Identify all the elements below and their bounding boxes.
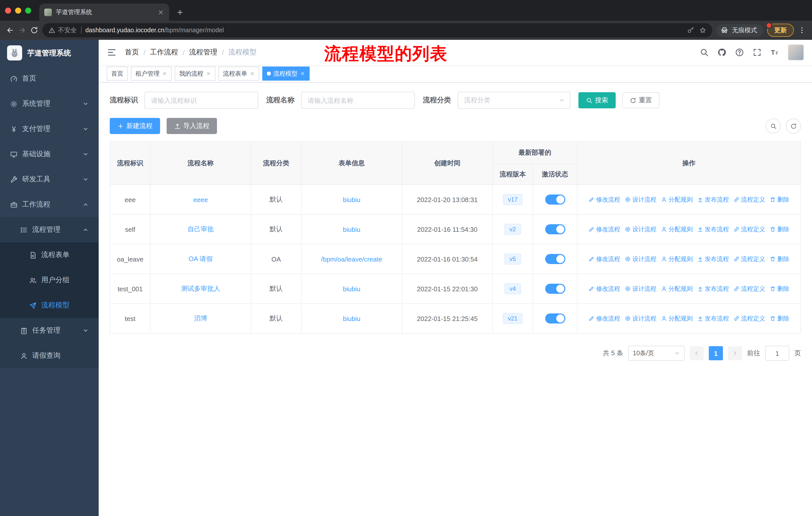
form-info-link[interactable]: /bpm/oa/leave/create (321, 255, 382, 263)
search-button[interactable]: 搜索 (578, 92, 616, 108)
action-delete[interactable]: 删除 (770, 225, 789, 234)
action-design[interactable]: 设计流程 (625, 195, 657, 204)
action-definition[interactable]: 流程定义 (733, 225, 765, 234)
reload-button[interactable] (30, 26, 38, 34)
action-publish[interactable]: 发布流程 (697, 284, 729, 293)
action-design[interactable]: 设计流程 (625, 225, 657, 234)
back-button[interactable] (6, 26, 14, 34)
forward-button[interactable] (18, 26, 26, 34)
action-publish[interactable]: 发布流程 (697, 255, 729, 263)
sidebar-item-user-group[interactable]: 用户分组 (0, 268, 99, 293)
hamburger-icon[interactable] (107, 47, 117, 57)
action-design[interactable]: 设计流程 (625, 284, 657, 293)
action-edit[interactable]: 修改流程 (588, 225, 620, 234)
process-name-link[interactable]: 滔博 (194, 315, 207, 322)
address-bar[interactable]: 不安全 dashboard.yudao.iocoder.cn/bpm/manag… (42, 23, 712, 37)
action-assign[interactable]: 分配规则 (661, 284, 693, 293)
fullscreen-icon[interactable] (753, 48, 762, 57)
action-definition[interactable]: 流程定义 (733, 255, 765, 263)
active-toggle[interactable] (545, 254, 565, 264)
sidebar-item-process-mgmt[interactable]: 流程管理 (0, 217, 99, 242)
bookmark-star-icon[interactable] (699, 27, 706, 34)
browser-menu-button[interactable] (798, 26, 806, 34)
close-icon[interactable] (250, 71, 255, 76)
tag-home[interactable]: 首页 (107, 66, 128, 81)
goto-page-input[interactable] (765, 346, 789, 361)
form-info-link[interactable]: biubiu (343, 196, 360, 203)
process-name-link[interactable]: OA 请假 (188, 255, 212, 263)
sidebar-item-system[interactable]: 系统管理 (0, 91, 99, 116)
sidebar-item-payment[interactable]: 支付管理 (0, 116, 99, 142)
action-delete[interactable]: 删除 (770, 255, 789, 263)
action-edit[interactable]: 修改流程 (588, 255, 620, 263)
action-delete[interactable]: 删除 (770, 284, 789, 293)
tag-tenant[interactable]: 租户管理 (131, 66, 172, 81)
action-edit[interactable]: 修改流程 (588, 314, 620, 323)
breadcrumb-item[interactable]: 流程管理 (189, 48, 218, 57)
action-publish[interactable]: 发布流程 (697, 195, 729, 204)
search-icon[interactable] (700, 48, 709, 57)
process-name-link[interactable]: eeee (193, 196, 208, 203)
sidebar-item-task-mgmt[interactable]: 任务管理 (0, 318, 99, 343)
action-publish[interactable]: 发布流程 (697, 225, 729, 234)
category-select[interactable]: 流程分类 (458, 92, 570, 109)
action-delete[interactable]: 删除 (770, 314, 789, 323)
sidebar-item-infra[interactable]: 基础设施 (0, 142, 99, 167)
new-tab-button[interactable] (173, 5, 186, 19)
active-toggle[interactable] (545, 314, 565, 324)
form-info-link[interactable]: biubiu (343, 285, 360, 293)
page-size-select[interactable]: 10条/页 (628, 346, 685, 361)
breadcrumb-item[interactable]: 首页 (125, 48, 139, 57)
action-edit[interactable]: 修改流程 (588, 195, 620, 204)
sidebar-item-process-model[interactable]: 流程模型 (0, 293, 99, 318)
process-name-link[interactable]: 测试多审批人 (181, 285, 220, 292)
active-toggle[interactable] (545, 194, 565, 205)
action-publish[interactable]: 发布流程 (697, 314, 729, 323)
process-key-input[interactable] (144, 92, 258, 109)
action-assign[interactable]: 分配规则 (661, 225, 693, 234)
zoom-window-button[interactable] (25, 7, 31, 13)
browser-tab[interactable]: 芋道管理系统 (39, 3, 169, 21)
active-toggle[interactable] (545, 224, 565, 234)
action-definition[interactable]: 流程定义 (733, 195, 765, 204)
sidebar-item-workflow[interactable]: 工作流程 (0, 192, 99, 217)
process-name-link[interactable]: 自己审批 (187, 225, 214, 233)
action-definition[interactable]: 流程定义 (733, 314, 765, 323)
action-definition[interactable]: 流程定义 (733, 284, 765, 293)
create-process-button[interactable]: 新建流程 (110, 118, 160, 134)
form-info-link[interactable]: biubiu (343, 315, 360, 322)
toggle-search-button[interactable] (766, 118, 781, 134)
action-assign[interactable]: 分配规则 (661, 314, 693, 323)
site-security[interactable]: 不安全 (48, 26, 77, 34)
sidebar-item-home[interactable]: 首页 (0, 66, 99, 91)
close-icon[interactable] (300, 71, 305, 76)
form-info-link[interactable]: biubiu (343, 225, 360, 233)
sidebar-item-devtools[interactable]: 研发工具 (0, 167, 99, 192)
tab-close-icon[interactable] (157, 9, 164, 16)
tag-my-process[interactable]: 我的流程 (175, 66, 215, 81)
active-toggle[interactable] (545, 284, 565, 294)
minimize-window-button[interactable] (15, 7, 21, 13)
tag-process-model[interactable]: 流程模型 (262, 66, 310, 81)
tag-process-form[interactable]: 流程表单 (219, 66, 259, 81)
close-icon[interactable] (162, 71, 167, 76)
action-assign[interactable]: 分配规则 (661, 195, 693, 204)
action-design[interactable]: 设计流程 (625, 255, 657, 263)
user-avatar[interactable] (788, 44, 804, 60)
breadcrumb-item[interactable]: 工作流程 (150, 48, 178, 57)
font-size-icon[interactable] (770, 48, 779, 57)
action-delete[interactable]: 删除 (770, 195, 789, 204)
page-number-button[interactable]: 1 (709, 346, 723, 360)
update-button[interactable]: 更新 (767, 24, 794, 37)
key-icon[interactable] (687, 27, 694, 34)
next-page-button[interactable] (728, 346, 742, 360)
reset-button[interactable]: 重置 (622, 92, 660, 108)
sidebar-item-leave-query[interactable]: 请假查询 (0, 343, 99, 369)
refresh-table-button[interactable] (786, 118, 801, 134)
help-icon[interactable] (735, 48, 744, 57)
action-edit[interactable]: 修改流程 (588, 284, 620, 293)
close-window-button[interactable] (5, 7, 11, 13)
github-icon[interactable] (717, 48, 726, 57)
close-icon[interactable] (206, 71, 211, 76)
prev-page-button[interactable] (690, 346, 704, 360)
